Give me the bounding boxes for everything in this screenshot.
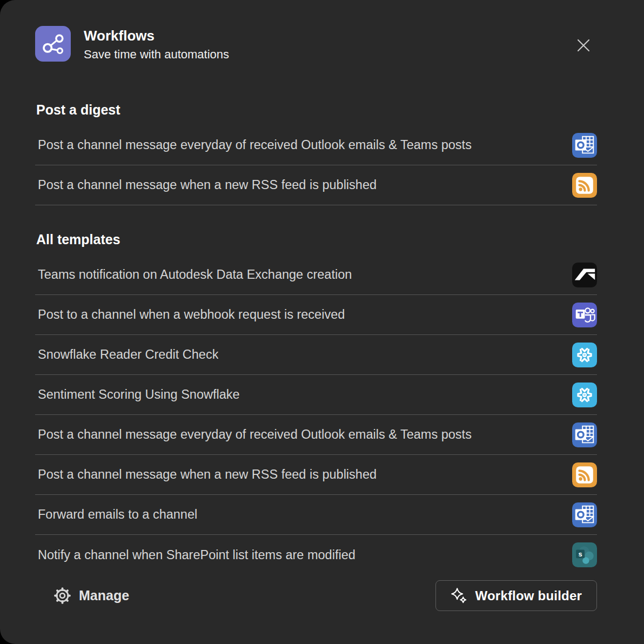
workflow-template-label: Forward emails to a channel — [35, 507, 197, 522]
workflow-template-row[interactable]: Post a channel message everyday of recei… — [35, 415, 597, 455]
manage-button[interactable]: Manage — [52, 584, 131, 607]
dialog-footer: Manage Workflow builder — [35, 580, 597, 611]
workflow-template-label: Notify a channel when SharePoint list it… — [35, 548, 355, 562]
close-button[interactable] — [573, 35, 594, 56]
workflow-template-label: Post a channel message when a new RSS fe… — [35, 467, 377, 482]
dialog-subtitle: Save time with automations — [84, 46, 229, 63]
snowflake-icon — [572, 383, 597, 407]
workflow-template-row[interactable]: Post a channel message everyday of recei… — [35, 125, 597, 165]
workflow-template-label: Post a channel message when a new RSS fe… — [35, 178, 377, 192]
dialog-title-block: Workflows Save time with automations — [84, 26, 229, 63]
template-section: All templatesTeams notification on Autod… — [35, 230, 597, 575]
teams-icon — [572, 303, 597, 327]
workflow-template-label: Post a channel message everyday of recei… — [35, 427, 472, 442]
close-icon — [575, 48, 592, 56]
section-rows: Teams notification on Autodesk Data Exch… — [35, 255, 597, 575]
section-heading: All templates — [36, 230, 597, 249]
rss-icon — [572, 173, 597, 198]
sharepoint-icon: s — [572, 542, 597, 567]
section-rows: Post a channel message everyday of recei… — [35, 125, 597, 205]
workflow-template-row[interactable]: Forward emails to a channel — [35, 495, 597, 535]
workflow-template-label: Teams notification on Autodesk Data Exch… — [35, 267, 352, 282]
workflows-app-icon — [35, 26, 71, 62]
workflow-template-row[interactable]: Sentiment Scoring Using Snowflake — [35, 375, 597, 415]
rss-icon — [572, 462, 597, 487]
template-section: Post a digestPost a channel message ever… — [35, 100, 597, 205]
svg-text:s: s — [578, 550, 582, 558]
dialog-title: Workflows — [84, 27, 229, 44]
sparkle-icon — [451, 587, 467, 604]
workflow-template-row[interactable]: Post to a channel when a webhook request… — [35, 295, 597, 335]
workflow-template-row[interactable]: Post a channel message when a new RSS fe… — [35, 455, 597, 495]
workflow-template-label: Post a channel message everyday of recei… — [35, 138, 472, 152]
manage-label: Manage — [79, 588, 129, 603]
snowflake-icon — [572, 343, 597, 367]
workflow-builder-button[interactable]: Workflow builder — [435, 580, 597, 611]
workflow-template-row[interactable]: Teams notification on Autodesk Data Exch… — [35, 255, 597, 295]
outlook-icon — [572, 422, 597, 447]
workflow-template-row[interactable]: Post a channel message when a new RSS fe… — [35, 165, 597, 205]
section-heading: Post a digest — [36, 100, 597, 119]
workflow-template-row[interactable]: Snowflake Reader Credit Check — [35, 335, 597, 375]
gear-icon — [54, 587, 71, 604]
workflow-template-label: Post to a channel when a webhook request… — [35, 307, 345, 322]
workflow-builder-label: Workflow builder — [475, 588, 582, 603]
dialog-header: Workflows Save time with automations — [35, 26, 597, 63]
workflow-template-row[interactable]: Notify a channel when SharePoint list it… — [35, 535, 597, 575]
workflows-dialog: Workflows Save time with automations Pos… — [0, 0, 644, 644]
outlook-icon — [572, 502, 597, 527]
workflow-template-label: Snowflake Reader Credit Check — [35, 347, 218, 362]
autodesk-icon — [572, 263, 597, 287]
workflow-template-label: Sentiment Scoring Using Snowflake — [35, 387, 240, 402]
outlook-icon — [572, 133, 597, 158]
template-sections: Post a digestPost a channel message ever… — [35, 100, 597, 575]
